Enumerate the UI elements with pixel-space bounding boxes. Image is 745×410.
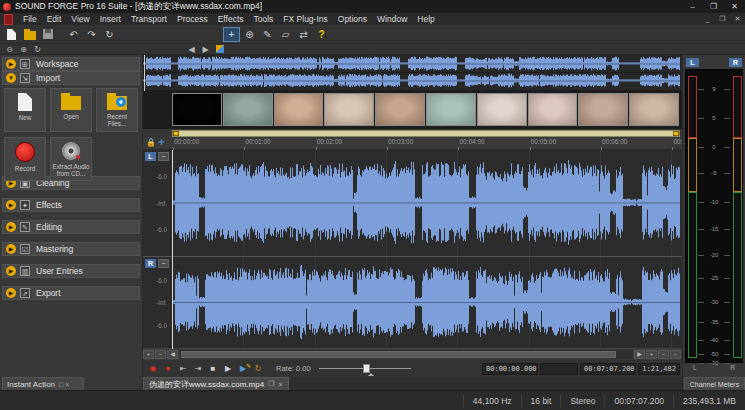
meter-left-badge[interactable]: L bbox=[686, 58, 699, 67]
scrollbar-track[interactable] bbox=[180, 350, 633, 359]
time-ruler[interactable]: 🔒 ✛ 00:00:0000:01:0000:02:0000:03:0000:0… bbox=[143, 137, 682, 150]
menu-view[interactable]: View bbox=[66, 13, 94, 25]
zoom-normal-button[interactable]: + bbox=[646, 350, 657, 359]
refresh-icon[interactable]: ↻ bbox=[31, 44, 44, 54]
menu-window[interactable]: Window bbox=[372, 13, 412, 25]
document-tab-close-icon[interactable]: × bbox=[278, 381, 282, 388]
video-frame-thumbnail[interactable] bbox=[477, 93, 527, 126]
repeat-icon[interactable]: ↻ bbox=[101, 27, 118, 42]
video-frame-thumbnail[interactable] bbox=[172, 93, 222, 126]
selection-end-display[interactable]: 00:07:07.200 bbox=[580, 363, 636, 375]
pan-icon[interactable]: ✛ bbox=[158, 138, 165, 147]
loop-playback-button[interactable]: ↻ bbox=[251, 362, 265, 375]
channel-meters-tab[interactable]: Channel Meters bbox=[684, 377, 745, 390]
left-channel-waveform[interactable]: L − -6.0-Inf.-6.0 bbox=[143, 150, 682, 257]
child-close-button[interactable]: ✕ bbox=[730, 13, 745, 25]
document-tab-restore-icon[interactable]: ❐ bbox=[268, 380, 274, 388]
stop-button[interactable]: ■ bbox=[206, 362, 220, 375]
sidebar-section-editing[interactable]: ▶✎Editing bbox=[2, 220, 140, 234]
import-record-button[interactable]: Record bbox=[4, 137, 46, 181]
open-file-icon[interactable] bbox=[21, 27, 38, 42]
record-button[interactable]: ● bbox=[161, 362, 175, 375]
zoom-selection-button[interactable]: − bbox=[658, 350, 669, 359]
import-extract-audio-from-cd--button[interactable]: Extract Audio from CD... bbox=[50, 137, 92, 181]
menu-insert[interactable]: Insert bbox=[95, 13, 126, 25]
close-button[interactable]: ✕ bbox=[724, 0, 745, 13]
go-to-end-icon[interactable]: ▶ bbox=[199, 44, 212, 54]
sidebar-section-effects[interactable]: ▶✦Effects bbox=[2, 198, 140, 212]
edit-cursor[interactable] bbox=[172, 150, 173, 349]
chevron-right-icon[interactable]: ▶ bbox=[6, 222, 16, 232]
play-button[interactable]: ▶ bbox=[221, 362, 235, 375]
save-icon[interactable] bbox=[39, 27, 56, 42]
menu-options[interactable]: Options bbox=[333, 13, 372, 25]
video-frame-thumbnail[interactable] bbox=[223, 93, 273, 126]
chevron-right-icon[interactable]: ▶ bbox=[6, 288, 16, 298]
import-open-button[interactable]: Open bbox=[50, 88, 92, 132]
menu-process[interactable]: Process bbox=[172, 13, 213, 25]
chevron-down-icon[interactable]: ▼ bbox=[6, 73, 16, 83]
envelope-tool-icon[interactable]: ▱ bbox=[277, 27, 294, 42]
zoom-window-button[interactable]: ↔ bbox=[670, 350, 681, 359]
whats-this-help-icon[interactable]: ? bbox=[313, 27, 330, 42]
sidebar-section-user-entries[interactable]: ▶▥User Entries bbox=[2, 264, 140, 278]
chevron-right-icon[interactable]: ▶ bbox=[6, 59, 16, 69]
undo-icon[interactable]: ↶ bbox=[65, 27, 82, 42]
menu-file[interactable]: File bbox=[18, 13, 42, 25]
sidebar-section-mastering[interactable]: ▶☑Mastering bbox=[2, 242, 140, 256]
video-frame-thumbnail[interactable] bbox=[274, 93, 324, 126]
menu-edit[interactable]: Edit bbox=[42, 13, 67, 25]
video-frame-thumbnail[interactable] bbox=[375, 93, 425, 126]
pencil-tool-icon[interactable]: ✎ bbox=[259, 27, 276, 42]
event-tool-icon[interactable]: ⇄ bbox=[295, 27, 312, 42]
zoom-out-time-button[interactable]: − bbox=[155, 350, 166, 359]
restore-button[interactable]: ❐ bbox=[703, 0, 724, 13]
menu-help[interactable]: Help bbox=[412, 13, 439, 25]
snapshot-icon[interactable] bbox=[213, 44, 226, 54]
instant-action-tab-controls[interactable]: □ × bbox=[59, 381, 69, 388]
sidebar-section-export[interactable]: ▶⇗Export bbox=[2, 286, 140, 300]
left-channel-badge[interactable]: L bbox=[145, 152, 156, 161]
loop-region-bar[interactable] bbox=[172, 130, 680, 137]
loop-end-handle[interactable] bbox=[673, 131, 679, 136]
scrollbar-thumb[interactable] bbox=[181, 351, 616, 358]
lock-icon[interactable]: 🔒 bbox=[146, 138, 156, 147]
chevron-right-icon[interactable]: ▶ bbox=[6, 266, 16, 276]
zoom-in-time-button[interactable]: + bbox=[143, 350, 154, 359]
right-channel-badge[interactable]: R bbox=[145, 259, 156, 268]
cursor-position-display[interactable]: 00:00:00.000 bbox=[482, 363, 538, 375]
record-remote-button[interactable]: ◉ bbox=[146, 362, 160, 375]
video-frame-thumbnail[interactable] bbox=[426, 93, 476, 126]
menu-transport[interactable]: Transport bbox=[126, 13, 172, 25]
meter-right-badge[interactable]: R bbox=[729, 58, 742, 67]
zoom-in-icon[interactable]: ⊕ bbox=[17, 44, 30, 54]
menu-effects[interactable]: Effects bbox=[213, 13, 249, 25]
import-recent-files--button[interactable]: Recent Files... bbox=[96, 88, 138, 132]
meter-scale[interactable]: 950-5-10-15-20-25-30-35-40-50-70 bbox=[685, 69, 743, 363]
video-frame-thumbnail[interactable] bbox=[629, 93, 679, 126]
magnify-tool-icon[interactable]: ⊕ bbox=[241, 27, 258, 42]
scroll-right-button[interactable]: ▶ bbox=[634, 350, 645, 359]
zoom-out-icon[interactable]: ⊖ bbox=[3, 44, 16, 54]
menu-tools[interactable]: Tools bbox=[249, 13, 279, 25]
video-thumbnail-strip[interactable] bbox=[143, 91, 682, 129]
play-plugin-chain-button[interactable]: ▶ bbox=[236, 362, 250, 375]
chevron-right-icon[interactable]: ▶ bbox=[6, 200, 16, 210]
video-frame-thumbnail[interactable] bbox=[578, 93, 628, 126]
overview-cursor[interactable] bbox=[144, 55, 145, 91]
rate-slider-handle[interactable] bbox=[363, 364, 370, 373]
selection-start-display[interactable] bbox=[540, 363, 578, 375]
edit-tool-icon[interactable]: + bbox=[223, 27, 240, 42]
go-to-start-icon[interactable]: ◀ bbox=[185, 44, 198, 54]
overview-waveform[interactable] bbox=[143, 55, 682, 91]
child-restore-button[interactable]: ❐ bbox=[715, 13, 730, 25]
chevron-right-icon[interactable]: ▶ bbox=[6, 244, 16, 254]
video-frame-thumbnail[interactable] bbox=[528, 93, 578, 126]
horizontal-scrollbar[interactable]: + − ◀ ▶ + − ↔ bbox=[143, 349, 682, 360]
scroll-left-button[interactable]: ◀ bbox=[167, 350, 178, 359]
sidebar-section-workspace[interactable]: ▶⊞Workspace bbox=[2, 57, 140, 71]
video-frame-thumbnail[interactable] bbox=[324, 93, 374, 126]
rate-slider[interactable] bbox=[319, 362, 411, 375]
go-to-end-button[interactable]: ⇥ bbox=[191, 362, 205, 375]
left-channel-minimize-button[interactable]: − bbox=[158, 152, 169, 161]
